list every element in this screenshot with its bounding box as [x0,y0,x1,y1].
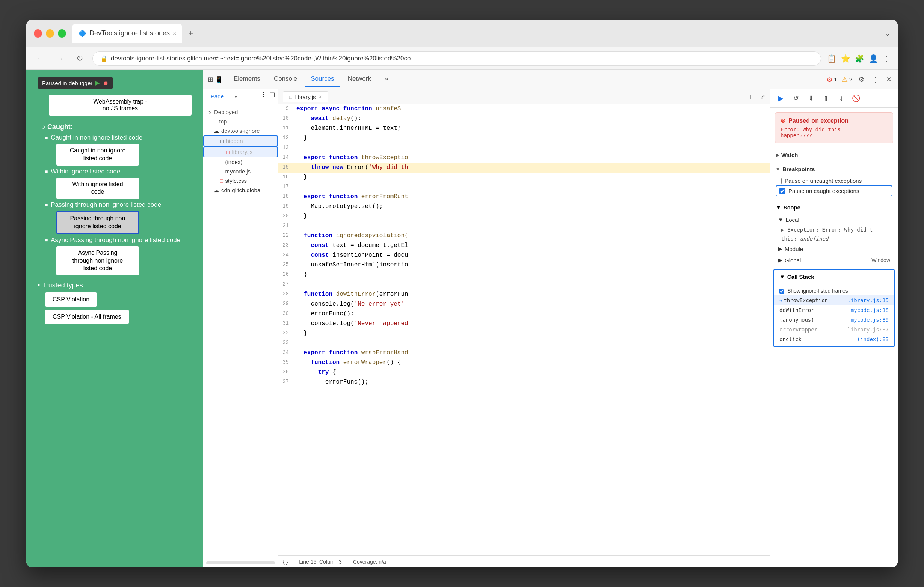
bookmark-icon[interactable]: 📋 [827,54,837,63]
forward-button[interactable]: → [53,52,67,65]
stack-frame-throw[interactable]: ⇒throwException library.js:15 [774,295,894,305]
local-scope-header[interactable]: ▼ Local [771,214,898,225]
webassembly-box: WebAssembly trap -no JS frames [49,95,191,116]
devtools-icons: ⊗ 1 ⚠ 2 ⚙ ⋮ ✕ [827,74,893,85]
stack-frame-anon[interactable]: (anonymous) mycode.js:89 [774,315,894,325]
maximize-button[interactable] [58,29,66,38]
horizontal-scrollbar[interactable] [206,561,275,564]
editor-tab-close[interactable]: × [319,94,322,100]
passing-through-button[interactable]: Passing through nonignore listed code [56,211,139,234]
windows-menu-icon[interactable]: ⌄ [884,29,890,38]
tab-more[interactable]: » [379,72,394,87]
scope-exception-item: ▶ Exception: Error: Why did t [771,225,898,234]
url-bar[interactable]: 🔒 devtools-ignore-list-stories.glitch.me… [92,51,821,66]
csp-violation-button[interactable]: CSP Violation [45,293,97,307]
tab-elements[interactable]: Elements [228,72,266,87]
pause-caught-checkbox[interactable] [779,188,785,194]
star-icon[interactable]: ⭐ [841,54,850,63]
back-button[interactable]: ← [34,52,47,65]
item-async-label: Async Passing through non ignore listed … [45,237,191,244]
tab-console[interactable]: Console [268,72,303,87]
tree-index[interactable]: □ (index) [203,157,278,167]
editor-tab-library[interactable]: □ library.js × [283,91,328,102]
tab-close-button[interactable]: × [173,30,176,37]
close-button[interactable] [34,29,42,38]
file-icon: □ [289,94,292,100]
tree-deployed[interactable]: ▷ Deployed [203,107,278,117]
tree-devtools-ignore[interactable]: ☁ devtools-ignore [203,126,278,135]
exception-banner: ⊗ Paused on exception Error: Why did thi… [775,112,893,143]
toggle-sidebar-icon[interactable]: ◫ [750,93,756,100]
expand-editor-icon[interactable]: ⤢ [760,93,765,100]
code-line-18: 18 export function errorFromRunt [278,192,770,202]
extension-icon[interactable]: 🧩 [855,54,864,63]
global-scope-header[interactable]: ▶ Global Window [771,255,898,266]
show-ignore-checkbox[interactable] [779,289,784,294]
code-line-9: 9 export async function unsafeS [278,104,770,114]
watch-section: ▶ Watch [771,148,898,162]
pause-uncaught-checkbox[interactable] [776,178,782,184]
new-tab-button[interactable]: + [185,26,196,41]
within-ignore-button[interactable]: Within ignore listedcode [56,178,139,199]
scope-header[interactable]: ▼ Scope [771,201,898,214]
scope-arrow-icon: ▼ [776,204,781,210]
module-scope-header[interactable]: ▶ Module [771,243,898,255]
breakpoints-header[interactable]: ▼ Breakpoints [771,162,898,176]
play-icon[interactable]: ▶ [96,80,100,86]
debugger-badge-text: Paused in debugger [42,80,92,86]
menu-icon[interactable]: ⋮ [883,54,890,63]
pause-caught-label: Pause on caught exceptions [789,187,859,194]
tree-mycode[interactable]: □ mycode.js [203,167,278,176]
code-line-31: 31 console.log('Never happened [278,319,770,329]
minimize-button[interactable] [46,29,54,38]
debugger-badge: Paused in debugger ▶ ⏺ [38,77,113,89]
deactivate-button[interactable]: 🚫 [850,92,862,104]
tree-top[interactable]: □ top [203,117,278,126]
record-icon[interactable]: ⏺ [103,80,109,86]
csp-violation-all-button[interactable]: CSP Violation - All frames [45,310,129,324]
call-stack-header[interactable]: ▼ Call Stack [774,270,894,284]
tree-style-icon: □ [220,178,223,184]
stack-frame-dowith[interactable]: doWithError mycode.js:18 [774,305,894,315]
tree-style[interactable]: □ style.css [203,176,278,186]
address-actions: 📋 ⭐ 🧩 👤 ⋮ [827,54,890,63]
line-column: Line 15, Column 3 [299,559,342,565]
settings-icon[interactable]: ⚙ [857,74,866,85]
step-button[interactable]: ⤵ [835,92,847,104]
close-devtools-icon[interactable]: ✕ [884,74,893,85]
caught-non-ignore-button[interactable]: Caught in non ignorelisted code [56,144,139,166]
inspector-icon[interactable]: ⊞ [208,76,213,84]
watch-header[interactable]: ▶ Watch [771,148,898,162]
address-bar: ← → ↻ 🔒 devtools-ignore-list-stories.gli… [26,47,898,70]
resume-button[interactable]: ▶ [775,92,787,104]
module-arrow-icon: ▶ [778,245,782,252]
tab-page[interactable]: Page [206,91,228,102]
account-icon[interactable]: 👤 [869,54,878,63]
tab-more-sources[interactable]: » [230,91,242,102]
tab-sources[interactable]: Sources [305,72,340,87]
item-passing-label: Passing through non ignore listed code [45,201,191,209]
tree-cdn[interactable]: ☁ cdn.glitch.globa [203,186,278,195]
stack-frame-wrapper[interactable]: errorWrapper library.js:37 [774,325,894,334]
step-out-button[interactable]: ⬆ [820,92,832,104]
sidebar-menu-icon[interactable]: ⋮ [260,91,266,102]
code-line-27: 27 [278,280,770,290]
sources-sidebar-tabs: Page » ⋮ ◫ [203,89,278,104]
async-passing-button[interactable]: Async Passingthrough non ignorelisted co… [56,246,139,276]
url-text: devtools-ignore-list-stories.glitch.me/#… [111,55,813,62]
tree-top-label: top [219,118,227,125]
browser-tab[interactable]: 🔷 DevTools ignore list stories × [72,24,182,43]
tree-hidden-folder[interactable]: □ hidden [203,135,278,146]
call-stack-content: Show ignore-listed frames ⇒throwExceptio… [774,284,894,347]
refresh-button[interactable]: ↻ [73,52,86,65]
device-icon[interactable]: 📱 [215,76,223,84]
code-editor: □ library.js × ◫ ⤢ 9 export async functi… [278,89,770,567]
tab-network[interactable]: Network [342,72,377,87]
sidebar-panel-icon[interactable]: ◫ [269,91,275,102]
title-bar: 🔷 DevTools ignore list stories × + ⌄ [26,20,898,47]
tree-library-js[interactable]: □ library.js [203,146,278,157]
step-over-button[interactable]: ↺ [790,92,802,104]
stack-frame-onclick[interactable]: onclick (index):83 [774,334,894,344]
step-into-button[interactable]: ⬇ [805,92,817,104]
more-options-icon[interactable]: ⋮ [870,74,880,85]
